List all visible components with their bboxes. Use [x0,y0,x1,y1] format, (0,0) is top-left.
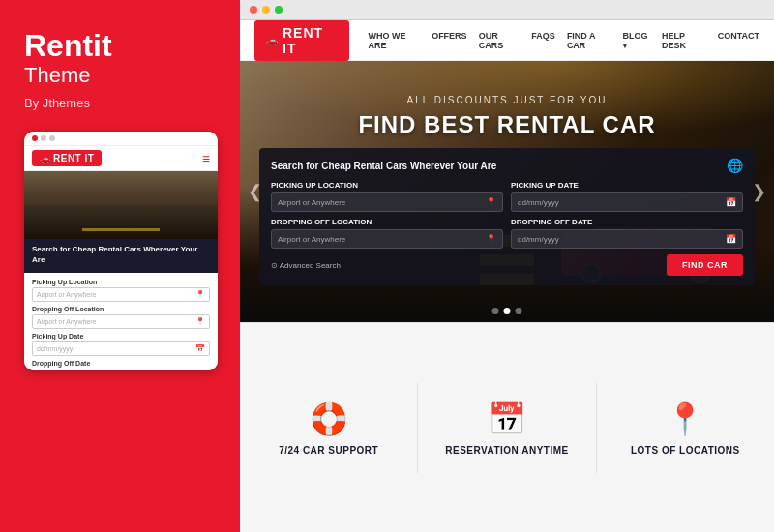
desktop-car-icon: 🚗 [266,35,278,45]
dropoff-date-placeholder: dd/mm/yyyy [518,235,726,244]
mobile-road-lines [82,228,160,231]
mobile-logo-bar: 🚗 RENT IT ≡ [24,146,218,171]
pickup-date-input[interactable]: dd/mm/yyyy 📅 [511,192,743,212]
find-car-button[interactable]: FIND CAR [667,254,743,276]
pickup-date-field: Picking Up Date dd/mm/yyyy 📅 [511,181,743,212]
right-panel: 🚗 RENT IT WHO WE ARE OFFERS OUR CARS FAQ… [240,0,774,532]
desktop-nav: 🚗 RENT IT WHO WE ARE OFFERS OUR CARS FAQ… [240,20,774,61]
browser-dot-yellow [262,6,270,14]
pickup-calendar-icon: 📅 [726,197,736,207]
search-form-row-2: Dropping Off Location Airport or Anywher… [271,218,743,249]
mobile-pickup-date-input[interactable]: dd/mm/yyyy 📅 [32,341,210,356]
dropoff-date-field: Dropping Off Date dd/mm/yyyy 📅 [511,218,743,249]
advanced-search-link[interactable]: ⊙ Advanced Search [271,261,341,270]
dropoff-location-input[interactable]: Airport or Anywhere 📍 [271,229,503,249]
search-box: Search for Cheap Rental Cars Wherever Yo… [259,148,755,285]
mobile-mockup: 🚗 RENT IT ≡ Search for Cheap Rental Cars… [24,132,218,370]
feature-card-reservation: 📅 RESERVATION ANYTIME [418,383,596,473]
mobile-dropoff-label: Dropping Off Location [32,306,210,312]
nav-links: WHO WE ARE OFFERS OUR CARS FAQS FIND A C… [369,31,759,50]
search-box-title: Search for Cheap Rental Cars Wherever Yo… [271,161,496,171]
nav-help-desk[interactable]: HELP DESK [662,31,706,50]
brand-subtitle: Theme [24,63,216,88]
mobile-pickup-label: Picking Up Location [32,279,210,285]
browser-bar [240,0,774,20]
support-icon: 🛟 [310,400,348,437]
mobile-dropoff-placeholder: Airport or Anywhere [37,318,195,325]
support-label: 7/24 CAR SUPPORT [279,445,378,456]
mobile-calendar-icon: 📅 [195,344,205,353]
mobile-logo-box: 🚗 RENT IT [32,150,102,166]
pickup-date-label: Picking Up Date [511,181,743,190]
feature-card-locations: 📍 LOTS OF LOCATIONS [597,383,774,473]
pickup-location-field: Picking Up Location Airport or Anywhere … [271,181,503,212]
mobile-hamburger-icon[interactable]: ≡ [202,151,210,166]
mobile-pickup-date-label: Picking Up Date [32,333,210,340]
dropoff-date-label: Dropping Off Date [511,218,743,226]
dropoff-location-icon: 📍 [486,234,496,244]
mobile-car-icon: 🚗 [40,154,50,163]
hero-slider-dots [492,308,522,314]
mobile-dot-2 [41,135,46,141]
dropoff-location-placeholder: Airport or Anywhere [278,235,486,244]
desktop-logo-text: RENT IT [283,25,338,56]
hero-subtitle: ALL DISCOUNTS JUST FOR YOU [240,95,774,105]
dropoff-location-label: Dropping Off Location [271,218,503,226]
mobile-search-bar: Search for Cheap Rental Cars Wherever Yo… [24,239,218,273]
globe-icon: 🌐 [727,158,743,173]
hero-dot-3[interactable] [516,308,522,314]
left-panel: Rentit Theme By Jthemes 🚗 RENT IT ≡ [0,0,240,532]
browser-dot-green [275,6,283,14]
hero-dot-1[interactable] [492,308,499,314]
mobile-pickup-date-placeholder: dd/mm/yyyy [37,345,195,352]
nav-contact[interactable]: CONTACT [718,31,759,50]
mobile-dropoff-date-label: Dropping Off Date [32,360,210,367]
nav-find-a-car[interactable]: FIND A CAR [567,31,611,50]
desktop-mockup: 🚗 RENT IT WHO WE ARE OFFERS OUR CARS FAQ… [240,20,774,532]
locations-icon: 📍 [666,400,704,437]
brand-by: By Jthemes [24,96,216,110]
hero-text-area: ALL DISCOUNTS JUST FOR YOU FIND BEST REN… [240,85,774,138]
feature-card-support: 🛟 7/24 CAR SUPPORT [240,383,418,473]
browser-dot-red [250,6,257,14]
nav-our-cars[interactable]: OUR CARS [479,31,521,50]
reservation-icon: 📅 [488,400,526,437]
mobile-dot-3 [49,135,55,141]
mobile-dot-1 [32,135,38,141]
mobile-hero-image [24,171,218,239]
mobile-pickup-input[interactable]: Airport or Anywhere 📍 [32,287,210,302]
mobile-location-icon: 📍 [195,290,205,299]
mobile-logo-text: RENT IT [53,153,94,163]
dropoff-location-field: Dropping Off Location Airport or Anywher… [271,218,503,249]
nav-faqs[interactable]: FAQS [531,31,555,50]
search-bottom-row: ⊙ Advanced Search FIND CAR [271,254,743,276]
mobile-road [24,205,218,239]
mobile-dots [32,135,55,141]
hero-next-arrow[interactable]: ❯ [752,181,766,202]
reservation-label: RESERVATION ANYTIME [445,445,568,456]
nav-blog[interactable]: BLOG [623,31,650,50]
hero-prev-arrow[interactable]: ❮ [248,181,262,202]
desktop-hero: ❮ ❯ ALL DISCOUNTS JUST FOR YOU FIND BEST… [240,61,774,322]
hero-title: FIND BEST RENTAL CAR [240,111,774,138]
dropoff-date-input[interactable]: dd/mm/yyyy 📅 [511,229,743,249]
dropoff-calendar-icon: 📅 [726,234,736,244]
mobile-dropoff-location-icon: 📍 [195,317,205,326]
pickup-location-input[interactable]: Airport or Anywhere 📍 [271,192,503,212]
pickup-location-placeholder: Airport or Anywhere [278,198,486,207]
locations-label: LOTS OF LOCATIONS [631,445,740,456]
desktop-logo-box: 🚗 RENT IT [254,20,349,61]
nav-who-we-are[interactable]: WHO WE ARE [369,31,421,50]
pickup-location-icon: 📍 [486,197,496,207]
brand-title: Rentit [24,29,216,63]
nav-offers[interactable]: OFFERS [432,31,467,50]
mobile-form: Picking Up Location Airport or Anywhere … [24,273,218,370]
mobile-search-title: Search for Cheap Rental Cars Wherever Yo… [32,245,210,265]
hero-dot-2[interactable] [504,308,511,314]
mobile-dropoff-input[interactable]: Airport or Anywhere 📍 [32,314,210,329]
mobile-pickup-placeholder: Airport or Anywhere [37,291,195,298]
pickup-location-label: Picking Up Location [271,181,503,190]
mobile-browser-bar [24,132,218,146]
pickup-date-placeholder: dd/mm/yyyy [518,198,726,207]
features-section: 🛟 7/24 CAR SUPPORT 📅 RESERVATION ANYTIME… [240,322,774,532]
